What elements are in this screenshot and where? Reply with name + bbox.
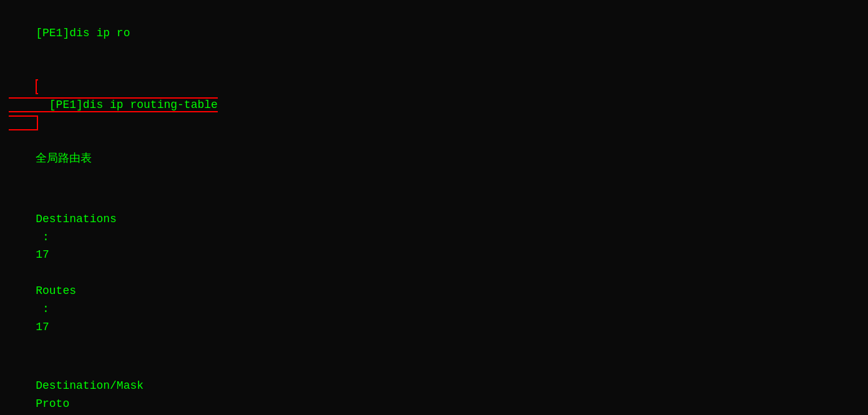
stats-line: Destinations : 17 Routes : 17 xyxy=(9,192,859,354)
command-spacer xyxy=(36,135,49,147)
command-line: [PE1]dis ip routing-table 全局路由表 xyxy=(9,60,859,186)
routes-label: Routes xyxy=(36,285,76,297)
routes-value: 17 xyxy=(36,321,49,333)
colon1: : xyxy=(36,231,56,243)
spacer1 xyxy=(36,266,103,279)
destinations-label: Destinations xyxy=(36,213,117,225)
header-dest: Destination/Mask xyxy=(36,377,173,395)
table-header: Destination/Mask Proto Pre Cost NextHop … xyxy=(9,359,859,415)
terminal-window: [PE1]dis ip ro [PE1]dis ip routing-table… xyxy=(9,6,859,415)
command-box: [PE1]dis ip routing-table xyxy=(9,79,218,130)
header-proto: Proto xyxy=(36,395,98,413)
destinations-value: 17 xyxy=(36,248,49,261)
command-text: [PE1]dis ip routing-table xyxy=(49,99,218,111)
command-label: 全局路由表 xyxy=(36,152,92,165)
header-pre: Pre xyxy=(36,413,61,415)
colon2: : xyxy=(36,303,56,315)
prev-command-line: [PE1]dis ip ro xyxy=(9,6,859,60)
prev-command-text: [PE1]dis ip ro xyxy=(36,27,130,39)
